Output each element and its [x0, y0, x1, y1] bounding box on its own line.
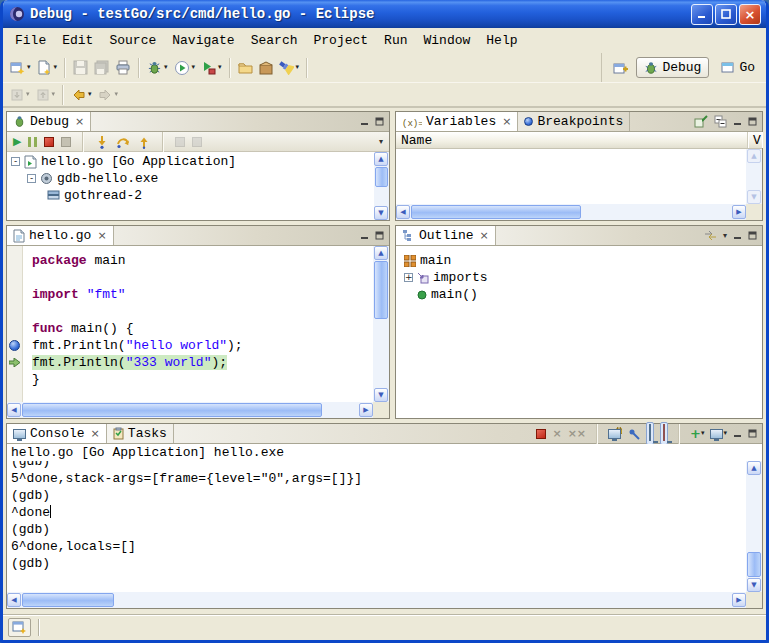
expand-expander-icon[interactable]: +: [404, 273, 413, 282]
scroll-up-icon[interactable]: ▲: [374, 246, 388, 260]
scroll-down-icon[interactable]: ▼: [747, 578, 761, 592]
scrollbar-thumb[interactable]: [374, 261, 388, 319]
maximize-view-icon[interactable]: [748, 231, 757, 240]
save-all-button[interactable]: [91, 56, 112, 80]
maximize-button[interactable]: [715, 4, 737, 25]
menu-file[interactable]: File: [7, 30, 54, 51]
new-file-button[interactable]: ▾: [34, 56, 61, 80]
suspend-icon[interactable]: [28, 137, 37, 147]
dropdown-icon[interactable]: ▾: [701, 430, 705, 437]
menu-edit[interactable]: Edit: [54, 30, 101, 51]
scroll-up-icon[interactable]: ▲: [374, 152, 388, 166]
maximize-view-icon[interactable]: [748, 429, 757, 438]
maximize-view-icon[interactable]: [748, 117, 757, 126]
remove-launch-icon[interactable]: ×: [552, 428, 561, 439]
code-editor[interactable]: package main import "fmt" func main() { …: [24, 246, 373, 402]
outline-package-row[interactable]: main: [404, 252, 762, 269]
scrollbar-thumb[interactable]: [375, 167, 388, 187]
tab-breakpoints[interactable]: Breakpoints: [518, 112, 630, 131]
remove-all-launches-icon[interactable]: ××: [568, 428, 586, 439]
scroll-right-icon[interactable]: ▶: [732, 205, 746, 219]
forward-history-button[interactable]: ▾: [95, 83, 122, 107]
fast-view-button[interactable]: [8, 618, 31, 637]
dropdown-icon[interactable]: ▾: [164, 64, 168, 71]
variables-table[interactable]: ▲ ▼ ◀ ▶: [396, 149, 762, 220]
editor-vertical-scrollbar[interactable]: ▲ ▼: [373, 246, 389, 402]
dropdown-icon[interactable]: ▾: [27, 64, 31, 71]
debug-thread-row[interactable]: gothread-2: [7, 187, 389, 204]
scroll-right-icon[interactable]: ▶: [359, 403, 373, 417]
minimize-view-icon[interactable]: [360, 117, 369, 126]
step-return-icon[interactable]: [137, 135, 151, 149]
show-logical-structures-icon[interactable]: [694, 115, 708, 128]
debug-process-row[interactable]: - gdb-hello.exe: [7, 170, 389, 187]
new-wizard-button[interactable]: ▾: [7, 56, 34, 80]
step-into-icon[interactable]: [95, 135, 109, 149]
maximize-view-icon[interactable]: [375, 231, 384, 240]
menu-run[interactable]: Run: [376, 30, 415, 51]
scroll-down-icon[interactable]: ▼: [374, 206, 388, 220]
open-perspective-button[interactable]: [610, 56, 631, 80]
scrollbar-thumb[interactable]: [22, 593, 114, 607]
collapse-all-icon[interactable]: [714, 115, 727, 128]
tab-debug[interactable]: Debug ×: [7, 112, 91, 131]
scroll-left-icon[interactable]: ◀: [7, 403, 21, 417]
debug-vertical-scrollbar[interactable]: ▲ ▼: [374, 152, 389, 220]
scroll-down-icon[interactable]: ▼: [747, 190, 761, 204]
dropdown-icon[interactable]: ▾: [52, 91, 56, 98]
outline-main-func-row[interactable]: main(): [404, 286, 762, 303]
menu-project[interactable]: Project: [305, 30, 376, 51]
scroll-down-icon[interactable]: ▼: [374, 388, 388, 402]
show-stderr-toggle-icon[interactable]: [660, 422, 668, 445]
debug-launch-row[interactable]: - hello.go [Go Application]: [7, 153, 389, 170]
close-tab-icon[interactable]: ×: [75, 115, 84, 128]
variables-horizontal-scrollbar[interactable]: ◀ ▶: [396, 204, 746, 220]
close-tab-icon[interactable]: ×: [91, 427, 100, 440]
step-over-icon[interactable]: [116, 135, 130, 149]
maximize-view-icon[interactable]: [375, 117, 384, 126]
editor-gutter[interactable]: [7, 246, 23, 402]
close-tab-icon[interactable]: ×: [480, 229, 489, 242]
resume-icon[interactable]: ▶: [13, 135, 21, 148]
close-button[interactable]: ×: [739, 4, 761, 25]
link-with-editor-icon[interactable]: [704, 230, 717, 241]
variables-vertical-scrollbar[interactable]: ▲ ▼: [746, 149, 762, 204]
menu-navigate[interactable]: Navigate: [164, 30, 242, 51]
tab-console[interactable]: Console ×: [7, 424, 107, 443]
collapse-expander-icon[interactable]: -: [27, 174, 36, 183]
pin-console-icon[interactable]: [628, 428, 640, 440]
open-console-button[interactable]: +▾: [690, 427, 704, 440]
close-tab-icon[interactable]: ×: [502, 115, 511, 128]
terminate-icon[interactable]: [536, 429, 546, 439]
debug-launch-button[interactable]: ▾: [144, 56, 171, 80]
close-tab-icon[interactable]: ×: [97, 229, 106, 242]
dropdown-icon[interactable]: ▾: [88, 91, 92, 98]
open-folder-button[interactable]: [235, 56, 256, 80]
perspective-go-button[interactable]: Go: [714, 58, 762, 77]
scroll-up-icon[interactable]: ▲: [747, 149, 761, 163]
scroll-left-icon[interactable]: ◀: [7, 593, 21, 607]
tab-outline[interactable]: Outline ×: [396, 226, 496, 245]
console-horizontal-scrollbar[interactable]: ◀ ▶: [7, 592, 746, 608]
menu-source[interactable]: Source: [101, 30, 164, 51]
print-button[interactable]: [112, 56, 134, 80]
editor-horizontal-scrollbar[interactable]: ◀ ▶: [7, 402, 373, 418]
dropdown-icon[interactable]: ▾: [723, 430, 727, 437]
dropdown-icon[interactable]: ▾: [192, 64, 196, 71]
dropdown-icon[interactable]: ▾: [26, 91, 30, 98]
tab-hello-go[interactable]: hello.go ×: [7, 226, 114, 245]
terminate-icon[interactable]: [44, 137, 54, 147]
next-annotation-button[interactable]: ▾: [7, 83, 33, 107]
dropdown-icon[interactable]: ▾: [54, 64, 58, 71]
dropdown-icon[interactable]: ▾: [115, 91, 119, 98]
minimize-button[interactable]: [691, 4, 713, 25]
scroll-lock-icon[interactable]: [608, 429, 622, 439]
tab-variables[interactable]: (x)= Variables ×: [396, 112, 518, 131]
instruction-pointer-icon[interactable]: [9, 358, 21, 367]
package-button[interactable]: [256, 56, 276, 80]
show-stdout-toggle-icon[interactable]: [646, 422, 654, 445]
titlebar[interactable]: Debug - testGo/src/cmd/hello.go - Eclips…: [3, 0, 766, 28]
scroll-up-icon[interactable]: ▲: [747, 461, 761, 475]
breakpoint-icon[interactable]: [9, 340, 20, 351]
back-history-button[interactable]: ▾: [68, 83, 95, 107]
